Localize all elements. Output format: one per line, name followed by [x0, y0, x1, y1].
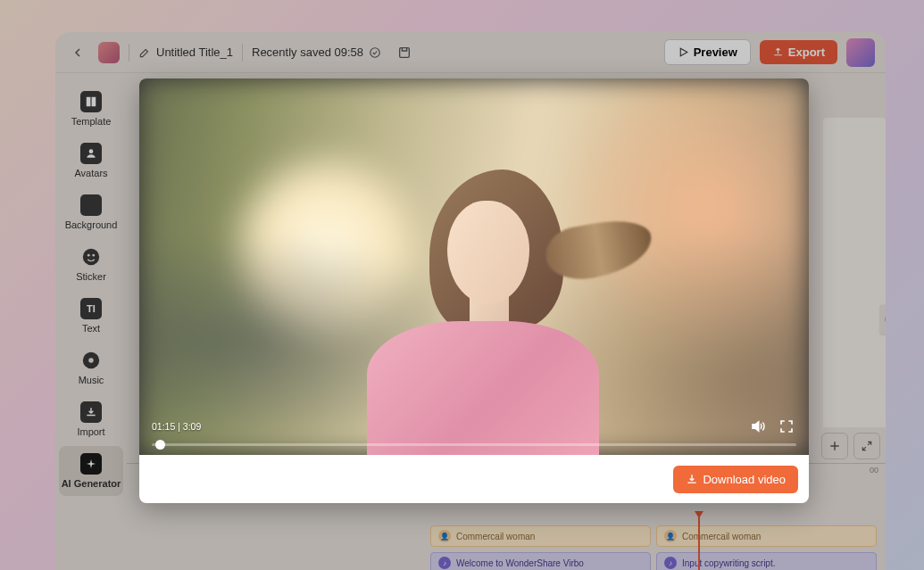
preview-modal: 01:15 | 3:09 Download video — [139, 78, 809, 503]
modal-footer: Download video — [139, 455, 809, 503]
volume-button[interactable] — [748, 417, 768, 436]
video-frame[interactable]: 01:15 | 3:09 — [139, 78, 809, 455]
video-controls: 01:15 | 3:09 — [152, 417, 796, 446]
download-button[interactable]: Download video — [673, 466, 798, 493]
seek-thumb[interactable] — [155, 440, 165, 450]
video-subject — [322, 152, 626, 455]
seek-bar[interactable] — [152, 443, 796, 446]
time-display: 01:15 | 3:09 — [152, 421, 201, 432]
fullscreen-icon — [778, 418, 795, 434]
fullscreen-button[interactable] — [777, 417, 796, 436]
speaker-icon — [750, 418, 766, 434]
download-label: Download video — [703, 473, 786, 486]
download-icon — [686, 473, 698, 485]
